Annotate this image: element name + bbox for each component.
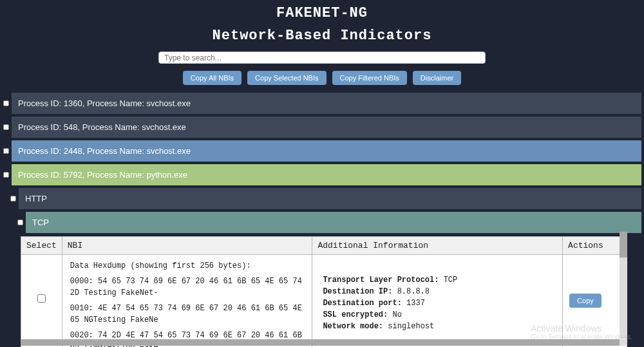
process-row-checkbox[interactable] — [3, 148, 9, 154]
mode-label: Network mode: — [323, 322, 383, 331]
row-select-checkbox[interactable] — [37, 294, 46, 303]
additional-info-cell: Transport Layer Protocol: TCP Destinatio… — [312, 255, 563, 348]
dest-port-label: Destination port: — [323, 299, 401, 308]
dest-port-value: 1337 — [406, 299, 425, 308]
ssl-label: SSL encrypted: — [323, 310, 388, 319]
hexdump-title: Data Hexdump (showing first 256 bytes): — [70, 260, 305, 272]
col-select-header: Select — [21, 237, 62, 255]
hexdump-line: 0000: 54 65 73 74 69 6E 67 20 46 61 6B 6… — [70, 276, 305, 299]
process-row-checkbox[interactable] — [3, 124, 9, 130]
nbi-table: Select NBI Additional Information Action… — [21, 236, 627, 347]
dest-ip-label: Destination IP: — [323, 287, 392, 296]
protocol-label: Transport Layer Protocol: — [323, 276, 439, 285]
scrollbar-thumb[interactable] — [620, 232, 627, 258]
app-title: FAKENET-NG — [0, 5, 644, 21]
disclaimer-button[interactable]: Disclaimer — [413, 71, 461, 85]
process-row[interactable]: Process ID: 548, Process Name: svchost.e… — [12, 117, 641, 138]
copy-all-nbis-button[interactable]: Copy All NBIs — [183, 71, 242, 85]
mode-value: singlehost — [388, 322, 434, 331]
dest-ip-value: 8.8.8.8 — [397, 287, 430, 296]
col-additional-header: Additional Information — [312, 237, 563, 255]
copy-filtered-nbis-button[interactable]: Copy Filtered NBIs — [332, 71, 407, 85]
col-actions-header: Actions — [563, 237, 627, 255]
search-input[interactable] — [158, 52, 486, 64]
copy-row-button[interactable]: Copy — [569, 294, 601, 308]
protocol-value: TCP — [444, 276, 458, 285]
vertical-scrollbar[interactable] — [620, 232, 627, 339]
table-header-row: Select NBI Additional Information Action… — [21, 237, 627, 255]
copy-selected-nbis-button[interactable]: Copy Selected NBIs — [247, 71, 326, 85]
col-nbi-header: NBI — [62, 237, 312, 255]
ssl-value: No — [392, 310, 401, 319]
process-row[interactable]: Process ID: 2448, Process Name: svchost.… — [12, 140, 641, 162]
process-row-checkbox[interactable] — [3, 100, 9, 106]
protocol-row-expanded[interactable]: TCP — [26, 212, 641, 233]
protocol-row[interactable]: HTTP — [19, 188, 641, 209]
process-row-checkbox[interactable] — [3, 172, 9, 178]
protocol-row-checkbox[interactable] — [10, 196, 16, 202]
horizontal-scrollbar[interactable] — [21, 339, 627, 346]
hexdump-line: 0010: 4E 47 54 65 73 74 69 6E 67 20 46 6… — [70, 303, 305, 326]
table-row: Data Hexdump (showing first 256 bytes): … — [21, 255, 627, 348]
process-row[interactable]: Process ID: 1360, Process Name: svchost.… — [12, 93, 641, 114]
process-row-expanded[interactable]: Process ID: 5792, Process Name: python.e… — [12, 164, 641, 185]
app-subtitle: Network-Based Indicators — [0, 28, 644, 44]
protocol-row-checkbox[interactable] — [17, 220, 23, 225]
scrollbar-thumb[interactable] — [21, 339, 620, 346]
nbi-cell: Data Hexdump (showing first 256 bytes): … — [62, 255, 312, 348]
